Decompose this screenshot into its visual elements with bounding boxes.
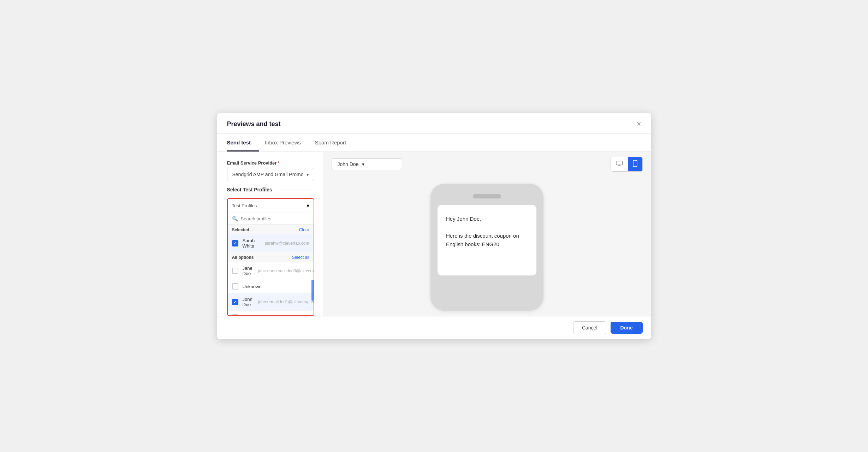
preview-toolbar: John Doe ▾ xyxy=(323,152,651,177)
search-icon: 🔍 xyxy=(232,216,238,221)
right-panel: John Doe ▾ xyxy=(323,152,651,316)
all-options-label: All options xyxy=(232,255,254,260)
modal-body: Email Service Provider* Sendgrid AMP and… xyxy=(217,152,651,316)
mobile-view-button[interactable] xyxy=(628,157,642,171)
profile-select-dropdown[interactable]: John Doe ▾ xyxy=(332,158,402,170)
profile-item-sarah[interactable]: Sarah White sarahw@clevertap.com xyxy=(228,234,314,252)
clear-button[interactable]: Clear xyxy=(299,227,309,232)
checkbox-sarah[interactable] xyxy=(232,240,238,246)
checkbox-john[interactable] xyxy=(232,299,238,305)
checkbox-unknown[interactable] xyxy=(232,283,238,290)
profile-name-john: John Doe xyxy=(243,297,252,307)
phone-mockup: Hey John Doe, Here is the discount coupo… xyxy=(430,184,543,311)
close-button[interactable]: × xyxy=(637,119,641,133)
profile-item-unknown[interactable]: Unknown xyxy=(228,280,314,293)
esp-field: Email Service Provider* Sendgrid AMP and… xyxy=(227,160,314,181)
profile-name-sarah: Sarah White xyxy=(243,238,259,249)
profile-name-unknown: Unknown xyxy=(243,284,262,289)
desktop-icon xyxy=(616,161,623,166)
preview-content: Hey John Doe, Here is the discount coupo… xyxy=(323,177,651,316)
profile-email-sarah: sarahw@clevertap.com xyxy=(265,241,309,246)
scrollbar-thumb xyxy=(311,280,314,301)
profile-item-john[interactable]: John Doe john+emaildnd1@clevertap.com xyxy=(228,293,314,311)
profiles-header: Test Profiles ▾ xyxy=(228,199,314,213)
profile-select-chevron-icon: ▾ xyxy=(362,161,364,167)
select-all-button[interactable]: Select all xyxy=(292,255,309,260)
svg-point-4 xyxy=(635,166,635,166)
profile-name-jane: Jane Doe xyxy=(243,266,252,276)
desktop-view-button[interactable] xyxy=(611,157,628,171)
selected-section-header: Selected Clear xyxy=(228,225,314,234)
profiles-chevron-icon: ▾ xyxy=(307,202,309,209)
checkbox-jane[interactable] xyxy=(232,268,238,274)
tab-inbox-previews[interactable]: Inbox Previews xyxy=(265,134,309,151)
modal-title: Previews and test xyxy=(227,120,281,133)
tab-spam-report[interactable]: Spam Report xyxy=(315,134,355,151)
esp-chevron-icon: ▾ xyxy=(307,172,309,177)
modal-header: Previews and test × xyxy=(217,113,651,134)
phone-screen: Hey John Doe, Here is the discount coupo… xyxy=(438,205,536,275)
modal-footer: Cancel Done xyxy=(217,316,651,339)
profile-email-jane: jane.doesemaildnd3@clevertap.com xyxy=(258,268,314,273)
view-toggle xyxy=(611,157,643,172)
svg-rect-0 xyxy=(616,161,623,165)
select-profiles-section: Select Test Profiles xyxy=(227,187,314,192)
tab-bar: Send test Inbox Previews Spam Report xyxy=(217,134,651,152)
profiles-list: Selected Clear Sarah White sarahw@clever… xyxy=(228,225,314,316)
all-options-section-header: All options Select all xyxy=(228,252,314,262)
modal: Previews and test × Send test Inbox Prev… xyxy=(217,113,651,339)
profiles-dropdown: Test Profiles ▾ 🔍 Selected Clear xyxy=(227,198,314,316)
done-button[interactable]: Done xyxy=(611,322,643,334)
left-panel: Email Service Provider* Sendgrid AMP and… xyxy=(217,152,323,316)
esp-select[interactable]: Sendgrid AMP and Gmail Promo ▾ xyxy=(227,168,314,181)
section-title: Select Test Profiles xyxy=(227,187,314,192)
selected-label: Selected xyxy=(232,227,249,232)
checkbox-oliver[interactable] xyxy=(232,314,238,316)
profile-item-jane[interactable]: Jane Doe jane.doesemaildnd3@clevertap.co… xyxy=(228,262,314,280)
profile-item-oliver[interactable]: Oliver Twist olivert@gmail.com xyxy=(228,311,314,316)
search-input[interactable] xyxy=(241,216,309,221)
profile-email-john: john+emaildnd1@clevertap.com xyxy=(258,299,314,304)
esp-label: Email Service Provider* xyxy=(227,160,314,166)
email-body: Hey John Doe, Here is the discount coupo… xyxy=(446,215,528,249)
search-box: 🔍 xyxy=(228,213,314,225)
mobile-icon xyxy=(633,160,637,167)
profiles-label: Test Profiles xyxy=(232,203,257,208)
profile-select-value: John Doe xyxy=(338,161,359,167)
profile-email-oliver: olivert@gmail.com xyxy=(272,315,307,316)
cancel-button[interactable]: Cancel xyxy=(573,321,606,334)
phone-notch xyxy=(473,194,501,198)
tab-send-test[interactable]: Send test xyxy=(227,134,260,151)
profile-name-oliver: Oliver Twist xyxy=(243,315,266,316)
